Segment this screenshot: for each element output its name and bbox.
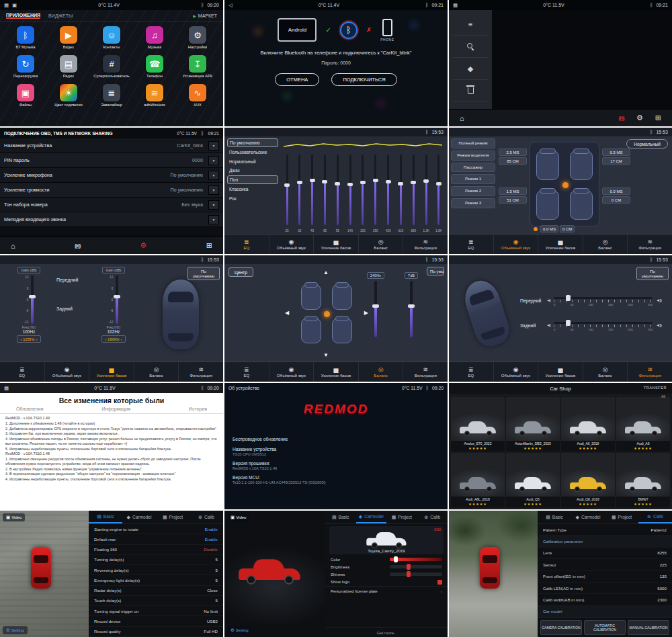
- filter-all[interactable]: All: [661, 394, 665, 398]
- settings-row[interactable]: Мелодия входящего звонка ▼: [0, 212, 223, 227]
- app-shortcut[interactable]: ▶ Видео: [47, 26, 90, 49]
- dropdown-button[interactable]: ▼: [208, 200, 219, 210]
- preset-item[interactable]: Классика: [227, 185, 278, 193]
- arrow-down-icon[interactable]: ▼: [323, 352, 329, 358]
- tab-widgets[interactable]: ВИДЖЕТЫ: [48, 13, 73, 18]
- audio-tab[interactable]: ▅ Усиление басов: [538, 362, 583, 382]
- settings-row[interactable]: Emergency light delay(s) 5: [89, 575, 223, 585]
- apps-grid-icon[interactable]: ⊞: [206, 241, 212, 250]
- app-shortcut[interactable]: ⚙ Настройки: [176, 26, 219, 49]
- dropdown-button[interactable]: ▼: [208, 141, 219, 151]
- arrow-up-icon[interactable]: ▲: [323, 269, 329, 275]
- changelog-tab[interactable]: Информация: [101, 407, 130, 411]
- car-card[interactable]: Audi_Q5 ★★★★★: [506, 453, 560, 507]
- settings-tab[interactable]: ◆ Carmodel: [356, 511, 387, 523]
- changelog-tab[interactable]: Обновления: [16, 407, 43, 411]
- home-icon[interactable]: ⌂: [11, 242, 15, 250]
- menu-icon[interactable]: ▦: [453, 2, 458, 8]
- dropdown-button[interactable]: ▼: [208, 215, 219, 224]
- video-button[interactable]: ▣Video: [3, 513, 25, 521]
- audio-tab[interactable]: ≣ EQ: [449, 235, 493, 254]
- dropdown-button[interactable]: ▼: [208, 156, 219, 165]
- settings-tab[interactable]: ◆ Carmodel: [571, 511, 605, 523]
- mode-button[interactable]: Режим 1: [451, 174, 495, 184]
- settings-tab[interactable]: ⊕ Calib: [417, 511, 448, 523]
- broadcast-icon[interactable]: ((•)): [618, 116, 624, 120]
- audio-tab[interactable]: ▅ Усиление басов: [313, 362, 358, 382]
- calibration-row[interactable]: Car model: [538, 606, 672, 618]
- app-shortcut[interactable]: ∿ AUX: [176, 84, 219, 107]
- calibration-row[interactable]: Pattern Type Pattern2: [538, 524, 672, 536]
- audio-tab[interactable]: ≣ EQ: [0, 362, 44, 382]
- delete-button[interactable]: [453, 80, 488, 102]
- default-button[interactable]: По умолчанию: [636, 267, 669, 280]
- arrow-left-icon[interactable]: ◀: [285, 310, 289, 316]
- audio-tab[interactable]: ≋ Фильтрация: [178, 362, 223, 382]
- tab-applications[interactable]: ПРИЛОЖЕНИЯ: [6, 13, 40, 19]
- video-button[interactable]: ▣Video: [227, 513, 249, 521]
- settings-tab[interactable]: ⊕ Calib: [190, 511, 223, 523]
- market-button[interactable]: ▶МАРКЕТ: [193, 13, 217, 18]
- audio-tab[interactable]: ◎ Баланс: [583, 362, 628, 382]
- connect-button[interactable]: ПОДКЛЮЧИТЬСЯ: [331, 73, 396, 86]
- car-preview-card[interactable]: 8/10 Toyota_Camry_2019: [329, 526, 444, 554]
- calibration-button[interactable]: MANUAL CALIBRATION: [628, 620, 669, 635]
- car-card[interactable]: Aeolus_E70_2022 ★★★★★: [451, 397, 505, 452]
- app-shortcut[interactable]: ☎ Телефон: [133, 55, 176, 78]
- eq-slider[interactable]: [347, 155, 353, 225]
- preset-button[interactable]: Нормальный: [626, 139, 668, 148]
- apps-grid-icon[interactable]: ⊞: [655, 114, 661, 122]
- settings-row[interactable]: Turning signal trigger on No limit: [89, 606, 223, 616]
- settings-row[interactable]: Touch delay(s) 5: [89, 596, 223, 606]
- settings-tab[interactable]: ▦ Project: [156, 511, 190, 523]
- default-button[interactable]: По умолчанию: [187, 267, 220, 280]
- app-shortcut[interactable]: ↧ Установщик АРК: [176, 55, 219, 78]
- calibration-row[interactable]: Front offset(EG in mm) 130: [538, 571, 672, 583]
- settings-row[interactable]: Название устройства CarKit_blink ▼: [0, 138, 223, 153]
- app-shortcut[interactable]: ☺ Контакты: [90, 26, 133, 49]
- menu-icon[interactable]: ▦: [4, 2, 9, 8]
- preset-item[interactable]: Джаз: [227, 167, 278, 174]
- preset-item[interactable]: По умолчанию: [227, 138, 278, 147]
- settings-row[interactable]: Default rear Enable: [89, 534, 223, 544]
- logo-toggle[interactable]: [437, 580, 442, 585]
- audio-tab[interactable]: ◉ Объёмный звук: [269, 362, 314, 382]
- eq-slider[interactable]: [309, 155, 316, 225]
- back-icon[interactable]: ◁: [228, 2, 233, 8]
- filter-slider[interactable]: 050100150200250: [554, 320, 653, 331]
- audio-tab[interactable]: ▅ Усиление басов: [538, 235, 583, 254]
- car-card[interactable]: Audi_A6_2018 ★★★★★: [561, 397, 615, 452]
- filter-slider[interactable]: 050100150200250: [554, 295, 653, 306]
- settings-row[interactable]: Reversing delay(s) 5: [89, 565, 223, 575]
- audio-tab[interactable]: ≋ Фильтрация: [627, 362, 672, 382]
- changelog-tab[interactable]: История: [189, 407, 207, 411]
- mode-button[interactable]: Режим водителя: [451, 151, 495, 161]
- seat[interactable]: [536, 190, 559, 220]
- car-card[interactable]: BMW7 ★★★★★: [616, 453, 670, 507]
- settings-icon[interactable]: ⚙: [636, 114, 643, 122]
- settings-tab[interactable]: ▦ Project: [605, 511, 638, 523]
- mode-button[interactable]: Режим 3: [451, 198, 495, 208]
- settings-icon[interactable]: ⚙: [140, 241, 146, 250]
- gain-slider-front[interactable]: 1260-6-12: [24, 275, 34, 324]
- calibration-button[interactable]: AUTOMATIC CALIBRATION: [584, 620, 626, 635]
- audio-tab[interactable]: ≋ Фильтрация: [403, 235, 448, 254]
- color-slider[interactable]: [390, 558, 442, 561]
- audio-tab[interactable]: ≋ Фильтрация: [403, 362, 448, 382]
- app-shortcut[interactable]: ▣ Файлы: [4, 84, 47, 107]
- mode-button[interactable]: Пассажир: [451, 163, 495, 173]
- settings-row[interactable]: Starting engine to rotate Enable: [89, 524, 223, 534]
- default-button[interactable]: По умолчанию: [427, 267, 444, 275]
- seat[interactable]: [301, 284, 321, 310]
- app-shortcut[interactable]: ᛒ БТ Музыка: [4, 26, 47, 49]
- audio-tab[interactable]: ≣ EQ: [449, 362, 493, 382]
- setting-button[interactable]: ⚙Setting: [227, 626, 252, 634]
- settings-row[interactable]: Тон набора номера Без звука ▼: [0, 198, 223, 212]
- settings-row[interactable]: Floating 360 Disable: [89, 545, 223, 555]
- center-button[interactable]: Центр: [228, 267, 253, 277]
- audio-tab[interactable]: ◎ Баланс: [358, 235, 403, 254]
- eq-slider[interactable]: [410, 155, 417, 225]
- preset-item[interactable]: Пользовательские: [227, 148, 278, 156]
- eq-slider[interactable]: [360, 155, 366, 225]
- settings-tab[interactable]: ▤ Basic: [89, 511, 122, 523]
